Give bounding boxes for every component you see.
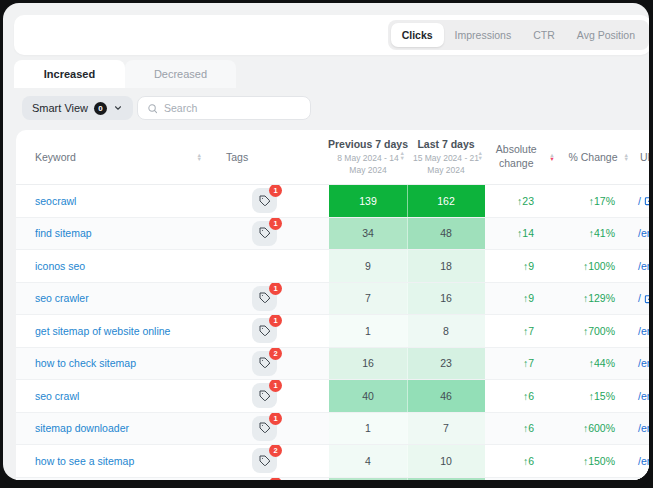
last-period-range: 15 May 2024 - 21 May 2024: [407, 153, 485, 176]
metric-tab-group: Clicks Impressions CTR Avg Position: [388, 20, 649, 50]
tag-count-badge: 1: [269, 413, 282, 425]
table-row: sitemap downloader 1 1 7 ↑6 ↑600% /en/: [16, 413, 649, 446]
url-link[interactable]: /en/: [638, 227, 649, 239]
tag-button[interactable]: 1: [252, 188, 277, 213]
absolute-change-value: [485, 478, 560, 481]
percent-change-value: ↑17%: [560, 185, 632, 217]
url-text: /en/: [638, 325, 649, 337]
url-text: /en/: [638, 227, 649, 239]
keyword-link[interactable]: how to see a sitemap: [35, 455, 134, 467]
tag-button[interactable]: 1: [252, 221, 277, 246]
url-link[interactable]: /en/: [638, 325, 649, 337]
metric-tab-impressions[interactable]: Impressions: [444, 23, 523, 47]
keyword-link[interactable]: seo crawler: [35, 292, 89, 304]
url-text: /em: [638, 260, 649, 272]
url-text: /en/: [638, 455, 649, 467]
keyword-sort-icon[interactable]: ▲▼: [197, 153, 202, 162]
tag-button[interactable]: 1: [252, 416, 277, 441]
last-value-cell: 10: [407, 445, 485, 477]
tag-button[interactable]: 1: [252, 286, 277, 311]
previous-value-cell: 139: [329, 185, 407, 217]
keyword-link[interactable]: seocrawl: [35, 195, 76, 207]
last-value-cell: 48: [407, 218, 485, 250]
tag-count-badge: 2: [269, 348, 282, 360]
last-period-header: Last 7 days: [417, 138, 474, 150]
last-value-cell: [407, 478, 485, 481]
tag-button[interactable]: 2: [252, 351, 277, 376]
page-background: Clicks Impressions CTR Avg Position Incr…: [3, 3, 649, 480]
url-link[interactable]: /em: [638, 260, 649, 272]
tag-button[interactable]: 1: [252, 318, 277, 343]
url-text: /: [638, 292, 641, 304]
keyword-link[interactable]: sitemap downloader: [35, 422, 129, 434]
tag-count-badge: 1: [269, 283, 282, 295]
last-sort-icon[interactable]: ▲▼: [478, 151, 483, 160]
absolute-change-sort-icon[interactable]: ▲▼: [549, 153, 554, 162]
last-value-cell: 162: [407, 185, 485, 217]
url-link[interactable]: /en/: [638, 422, 649, 434]
tag-icon: [259, 357, 271, 369]
smart-view-count-badge: 0: [94, 102, 107, 115]
url-column-header: URL: [640, 151, 649, 163]
url-link[interactable]: /en/: [638, 455, 649, 467]
keyword-link[interactable]: get sitemap of website online: [35, 325, 170, 337]
url-link[interactable]: /en/: [638, 390, 649, 402]
previous-sort-icon[interactable]: ▲▼: [400, 151, 405, 160]
metric-tab-avg-position[interactable]: Avg Position: [566, 23, 646, 47]
keywords-table: Keyword ▲▼ Tags Previous 7 days 8 May 20…: [16, 130, 649, 480]
search-icon: [147, 103, 158, 114]
tag-button[interactable]: 2: [252, 448, 277, 473]
tag-count-badge: [269, 478, 282, 481]
percent-change-sort-icon[interactable]: ▲▼: [624, 153, 629, 162]
table-row: [16, 478, 649, 481]
tag-count-badge: 1: [269, 380, 282, 392]
keyword-link[interactable]: how to check sitemap: [35, 357, 136, 369]
tag-count-badge: 1: [269, 315, 282, 327]
tag-icon: [259, 292, 271, 304]
tag-icon: [259, 390, 271, 402]
url-link[interactable]: /: [638, 292, 649, 304]
table-header-row: Keyword ▲▼ Tags Previous 7 days 8 May 20…: [16, 130, 649, 185]
absolute-change-value: ↑7: [485, 315, 560, 347]
window-frame: Clicks Impressions CTR Avg Position Incr…: [0, 0, 653, 488]
keyword-column-header: Keyword: [35, 151, 76, 163]
absolute-change-value: ↑6: [485, 413, 560, 445]
keyword-link[interactable]: seo crawl: [35, 390, 79, 402]
absolute-change-value: ↑14: [485, 218, 560, 250]
header-card: Clicks Impressions CTR Avg Position: [14, 15, 649, 55]
metric-tab-ctr[interactable]: CTR: [522, 23, 566, 47]
percent-change-value: ↑44%: [560, 348, 632, 380]
percent-change-value: ↑41%: [560, 218, 632, 250]
percent-change-column-header: % Change: [569, 151, 618, 163]
tab-decreased[interactable]: Decreased: [125, 60, 236, 88]
percent-change-value: ↑15%: [560, 380, 632, 412]
last-value-cell: 46: [407, 380, 485, 412]
tag-icon: [259, 455, 271, 467]
last-value-cell: 8: [407, 315, 485, 347]
percent-change-value: ↑150%: [560, 445, 632, 477]
absolute-change-value: ↑23: [485, 185, 560, 217]
previous-value-cell: 4: [329, 445, 407, 477]
tab-increased[interactable]: Increased: [14, 60, 125, 88]
tag-icon: [259, 227, 271, 239]
metric-tab-clicks[interactable]: Clicks: [391, 23, 444, 47]
previous-value-cell: 1: [329, 413, 407, 445]
table-row: seo crawl 1 40 46 ↑6 ↑15% /en/: [16, 380, 649, 413]
percent-change-value: ↑100%: [560, 250, 632, 282]
external-link-icon: [644, 293, 649, 304]
url-link[interactable]: /: [638, 195, 649, 207]
tag-icon: [259, 195, 271, 207]
url-text: /en/: [638, 422, 649, 434]
absolute-change-value: ↑9: [485, 283, 560, 315]
url-link[interactable]: /en/: [638, 357, 649, 369]
tags-column-header: Tags: [226, 151, 248, 163]
absolute-change-value: ↑9: [485, 250, 560, 282]
keyword-link[interactable]: iconos seo: [35, 260, 85, 272]
tag-count-badge: 1: [269, 218, 282, 230]
tag-button[interactable]: 1: [252, 383, 277, 408]
search-input[interactable]: [164, 102, 301, 114]
smart-view-dropdown[interactable]: Smart View 0: [22, 96, 133, 120]
keyword-link[interactable]: find sitemap: [35, 227, 92, 239]
percent-change-value: [560, 478, 632, 481]
search-input-wrapper: [137, 96, 311, 120]
